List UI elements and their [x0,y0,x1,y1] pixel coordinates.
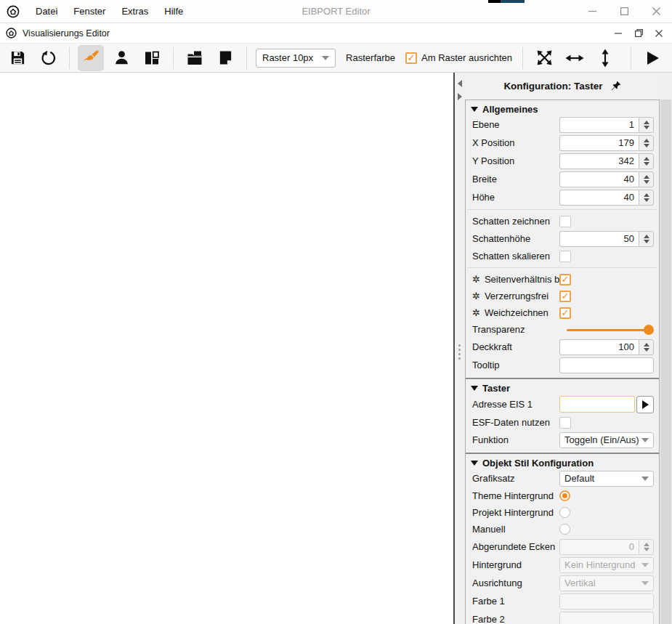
spin-down-icon[interactable] [644,162,649,166]
schatten-skalieren-checkbox[interactable] [559,251,571,262]
scrollbar-thumb[interactable] [660,100,671,624]
rasterfarbe-button[interactable]: Rasterfarbe [339,52,402,63]
spin-down-icon[interactable] [644,348,649,352]
spinner-buttons[interactable] [639,190,654,206]
spin-down-icon[interactable] [644,144,649,147]
esf-daten-nutzen-checkbox[interactable] [559,417,571,429]
toolbar-separator [173,47,174,69]
menu-extras[interactable]: Extras [113,0,156,23]
ebene-input[interactable] [559,117,639,133]
menu-fenster[interactable]: Fenster [65,0,113,23]
deckkraft-spinner[interactable] [559,339,654,355]
section-header-objekt-stil-konfiguration[interactable]: Objekt Stil Konfiguration [466,454,659,469]
spinner-buttons[interactable] [639,231,654,247]
brush-tool-button[interactable] [78,45,104,71]
grafiksatz-dropdown[interactable]: Default [559,471,654,487]
spin-up-icon[interactable] [644,139,649,142]
canvas[interactable] [0,73,455,624]
app-minimize-button[interactable] [576,0,608,23]
adresse-eis-1-input[interactable] [559,396,635,413]
spin-down-icon[interactable] [644,126,649,129]
splitter-grip[interactable] [458,344,461,360]
row-schatten-zeichnen: Schatten zeichnen [466,213,659,230]
spin-up-icon[interactable] [644,235,649,238]
tooltip-input[interactable] [559,357,654,373]
app-close-button[interactable] [640,0,672,23]
row-farbe-1: Farbe 1 [466,592,659,610]
projekt-hintergrund-radio[interactable] [559,507,570,518]
schattenh-he-spinner[interactable] [559,231,654,247]
brush-icon [82,49,100,67]
verzerrungsfrei-checkbox[interactable]: ✓ [559,291,571,302]
section-header-allgemeines[interactable]: Allgemeines [466,100,659,116]
snap-to-grid-checkbox[interactable]: ✓ [405,52,417,64]
funktion-dropdown[interactable]: Toggeln (Ein/Aus) [559,432,654,448]
menu-datei[interactable]: Datei [28,0,65,23]
config-panel-title: Konfiguration: Taster [503,81,602,92]
schattenh-he-input[interactable] [559,231,639,247]
note-button[interactable] [212,45,238,71]
deckkraft-input[interactable] [559,339,639,355]
save-button[interactable] [4,45,31,71]
row-abgerundete-ecken: Abgerundete Ecken [466,538,659,556]
seitenverh-ltnis-be-checkbox[interactable]: ✓ [559,274,571,285]
h-he-input[interactable] [559,190,639,206]
paste-button[interactable] [182,45,208,71]
slider-thumb[interactable] [644,325,654,335]
layout-tool-button[interactable] [139,45,165,71]
stretch-vertical-button[interactable] [592,45,618,71]
schatten-zeichnen-label: Schatten zeichnen [472,216,559,227]
spinner-buttons[interactable] [639,171,654,187]
panel-splitter[interactable] [455,73,465,624]
section-header-taster[interactable]: Taster [466,379,659,394]
editor-restore-button[interactable] [628,25,649,42]
transparenz-slider[interactable] [567,324,654,336]
farbe-1-label: Farbe 1 [472,596,559,607]
farbe-2-input [559,612,654,624]
undo-button[interactable] [35,45,61,71]
spinner-buttons[interactable] [639,153,654,169]
panel-scrollbar[interactable] [660,73,672,624]
spinner-buttons[interactable] [639,339,654,355]
h-he-spinner[interactable] [559,190,654,206]
spinner-buttons[interactable] [639,117,654,133]
spin-up-icon[interactable] [644,121,649,124]
spin-down-icon[interactable] [644,240,649,243]
raster-size-dropdown[interactable]: Raster 10px [256,49,336,68]
weichzeichnen-checkbox[interactable]: ✓ [559,307,571,319]
spin-up-icon[interactable] [644,343,649,347]
play-button[interactable] [639,45,665,71]
row-weichzeichnen: ✲Weichzeichnen✓ [466,304,659,321]
y-position-spinner[interactable] [559,153,654,169]
adresse-eis-1-browse-button[interactable] [636,396,654,413]
manuell-radio[interactable] [559,524,570,535]
toolbar: Raster 10px Rasterfarbe ✓ Am Raster ausr… [0,44,672,73]
spin-up-icon[interactable] [644,175,649,179]
x-position-spinner[interactable] [559,135,654,151]
spin-down-icon[interactable] [644,198,649,202]
editor-close-button[interactable] [649,25,669,42]
check-icon: ✓ [408,53,416,62]
user-tool-button[interactable] [108,45,134,71]
spin-up-icon[interactable] [644,157,649,161]
menu-hilfe[interactable]: Hilfe [156,0,191,23]
spin-up-icon[interactable] [644,193,649,197]
spinner-buttons[interactable] [639,135,654,151]
pin-icon[interactable] [610,81,621,92]
note-icon [217,49,234,66]
spin-down-icon[interactable] [644,180,649,184]
stretch-horizontal-button[interactable] [562,45,588,71]
collapse-left-icon[interactable] [458,80,462,87]
x-position-input[interactable] [559,135,639,151]
row-x-position: X Position [466,134,659,152]
theme-hintergrund-radio[interactable] [559,490,570,501]
editor-minimize-button[interactable] [608,25,628,42]
ebene-spinner[interactable] [559,117,654,133]
breite-spinner[interactable] [559,171,654,187]
schatten-zeichnen-checkbox[interactable] [559,216,571,227]
y-position-input[interactable] [559,153,639,169]
collapse-right-icon[interactable] [458,93,462,100]
app-maximize-button[interactable] [608,0,640,23]
expand-button[interactable] [531,45,557,71]
breite-input[interactable] [559,171,639,187]
